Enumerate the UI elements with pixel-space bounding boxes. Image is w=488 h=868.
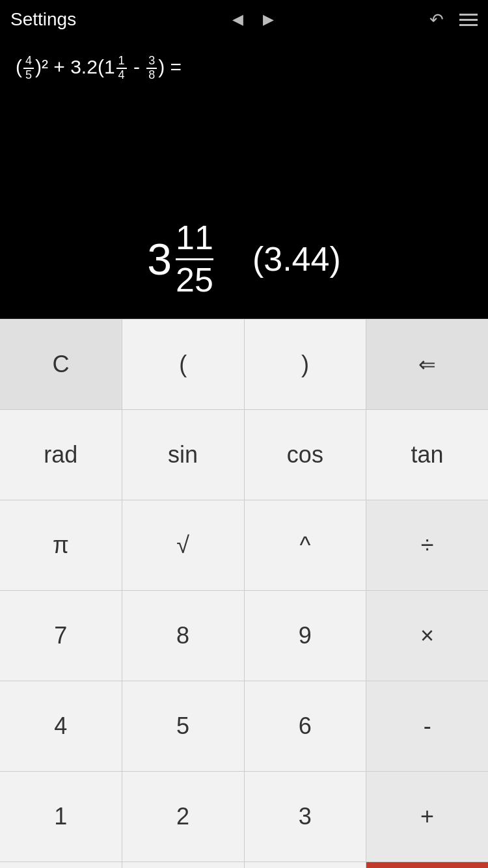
key-6[interactable]: 6	[245, 681, 367, 771]
tan-button[interactable]: tan	[366, 410, 488, 500]
rad-button[interactable]: rad	[0, 410, 122, 500]
key-9[interactable]: 9	[245, 591, 367, 681]
frac-1-4: 1 4	[116, 55, 127, 82]
frac-4-5: 4 5	[23, 55, 34, 82]
open-paren-button[interactable]: (	[122, 319, 245, 409]
result-frac-part: 11 25	[176, 218, 213, 299]
key-0[interactable]: 0	[122, 862, 245, 868]
keyboard-row-4: 7 8 9 ×	[0, 590, 488, 681]
sqrt-button[interactable]: √	[122, 500, 245, 590]
result-whole: 3	[147, 234, 172, 284]
key-8[interactable]: 8	[122, 591, 245, 681]
add-button[interactable]: +	[366, 772, 488, 861]
key-5[interactable]: 5	[122, 681, 245, 771]
left-arrow-button[interactable]: ◀	[232, 11, 243, 28]
undo-button[interactable]: ↶	[429, 10, 444, 30]
backspace-button[interactable]: ⇐	[366, 319, 488, 409]
subtract-button[interactable]: -	[366, 681, 488, 771]
result-decimal: (3.44)	[252, 239, 341, 278]
pi-button[interactable]: π	[0, 500, 122, 590]
key-7[interactable]: 7	[0, 591, 122, 681]
keyboard: C ( ) ⇐ rad sin cos tan π √ ^ ÷ 7 8 9 × …	[0, 319, 488, 868]
keyboard-row-1: C ( ) ⇐	[0, 319, 488, 409]
sin-button[interactable]: sin	[122, 410, 245, 500]
header: Settings ◀ ▶ ↶	[0, 0, 488, 39]
settings-label[interactable]: Settings	[10, 9, 76, 30]
display-area: ( 4 5 )² + 3.2(1 1 4 - 3 8 ) = 3 11 25 (…	[0, 39, 488, 319]
keyboard-row-6: 1 2 3 +	[0, 771, 488, 861]
clear-button[interactable]: C	[0, 319, 122, 409]
close-paren-button[interactable]: )	[245, 319, 367, 409]
expression-display: ( 4 5 )² + 3.2(1 1 4 - 3 8 ) =	[16, 52, 472, 82]
keyboard-row-2: rad sin cos tan	[0, 409, 488, 500]
power-button[interactable]: ^	[245, 500, 367, 590]
cos-button[interactable]: cos	[245, 410, 367, 500]
menu-button[interactable]	[459, 14, 478, 26]
result-denominator: 25	[176, 260, 213, 299]
frac-3-8: 3 8	[146, 55, 157, 82]
multiply-button[interactable]: ×	[366, 591, 488, 681]
keyboard-row-3: π √ ^ ÷	[0, 500, 488, 590]
keyboard-row-7: 0 . =	[0, 861, 488, 868]
key-1[interactable]: 1	[0, 772, 122, 861]
equals-button[interactable]: =	[366, 862, 488, 868]
header-actions: ↶	[429, 10, 478, 30]
decimal-button[interactable]: .	[245, 862, 367, 868]
key-4[interactable]: 4	[0, 681, 122, 771]
result-line: 3 11 25 (3.44)	[16, 218, 472, 299]
keyboard-row-5: 4 5 6 -	[0, 681, 488, 771]
right-arrow-button[interactable]: ▶	[263, 11, 274, 28]
fraction-button[interactable]	[0, 862, 122, 868]
result-fraction: 3 11 25	[147, 218, 213, 299]
key-3[interactable]: 3	[245, 772, 367, 861]
header-nav: ◀ ▶	[232, 11, 274, 28]
divide-button[interactable]: ÷	[366, 500, 488, 590]
key-2[interactable]: 2	[122, 772, 245, 861]
backspace-icon: ⇐	[418, 352, 436, 377]
result-numerator: 11	[176, 218, 213, 260]
